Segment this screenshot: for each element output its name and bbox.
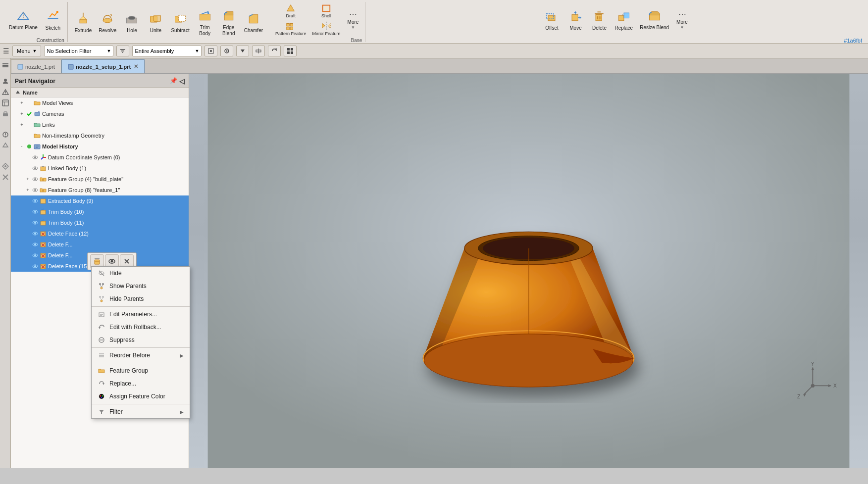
- ctx-reorder-before[interactable]: Reorder Before ▶: [92, 349, 190, 362]
- ctx-hide[interactable]: Hide: [92, 267, 190, 280]
- svg-point-190: [811, 384, 815, 387]
- tree-item-delete-f-13[interactable]: · Delete F...: [11, 239, 189, 250]
- tree-item-extracted-body[interactable]: · Extracted Body (9): [11, 195, 189, 206]
- ctx-sep-2: [92, 347, 190, 348]
- more-button-1[interactable]: ⋯ More ▼: [344, 2, 362, 37]
- tree-item-delete-face-12[interactable]: · Delete Face (12): [11, 228, 189, 239]
- hide-svg: [98, 270, 105, 277]
- chamfer-button[interactable]: Chamfer: [241, 5, 266, 40]
- toggle-fg8[interactable]: +: [25, 187, 31, 193]
- tree-item-model-history[interactable]: - Model History: [11, 141, 189, 152]
- pn-pin-icon[interactable]: 📌: [170, 77, 177, 85]
- ctx-hide-parents[interactable]: Hide Parents: [92, 292, 190, 305]
- tab-nozzle1setup-close[interactable]: ✕: [134, 63, 138, 70]
- sidebar-icon-btn-3[interactable]: [0, 98, 10, 108]
- svg-marker-176: [99, 410, 104, 414]
- snap-button[interactable]: [204, 46, 217, 56]
- viewport[interactable]: X Y Z: [189, 74, 868, 468]
- ctx-suppress[interactable]: Suppress: [92, 334, 190, 346]
- sidebar-resource-bar[interactable]: [0, 60, 10, 70]
- mirror-feature-button[interactable]: Mirror Feature: [310, 20, 343, 37]
- svg-line-160: [102, 298, 103, 300]
- sidebar-icon-btn-5[interactable]: [0, 130, 10, 140]
- tree-item-linked-body[interactable]: · Linked Body (1): [11, 163, 189, 174]
- ctx-replace[interactable]: Replace...: [92, 377, 190, 390]
- hole-button[interactable]: Hole: [120, 5, 143, 40]
- more-button-2[interactable]: ⋯ More ▼: [673, 2, 691, 37]
- toggle-fg4[interactable]: +: [25, 176, 31, 182]
- tree-item-model-views[interactable]: + Model Views: [11, 97, 189, 108]
- sidebar-icon-4: [2, 110, 9, 117]
- ctx-feature-group[interactable]: Feature Group: [92, 364, 190, 377]
- subtract-label: Subtract: [171, 28, 189, 33]
- ctx-reorder-icon: [98, 351, 105, 359]
- tab-nozzle1setup[interactable]: nozzle_1_setup_1.prt ✕: [61, 59, 145, 73]
- delete-button[interactable]: Delete: [588, 2, 611, 37]
- svg-point-4: [56, 11, 58, 13]
- view-icon-btn-3[interactable]: [252, 46, 265, 56]
- sidebar-icon-btn-4[interactable]: [0, 109, 10, 119]
- toggle-model-views[interactable]: +: [19, 100, 25, 106]
- menu-button[interactable]: Menu ▼: [12, 46, 41, 56]
- toggle-cameras[interactable]: +: [19, 111, 25, 117]
- selection-filter-dropdown[interactable]: No Selection Filter ▼: [44, 46, 113, 56]
- svg-point-109: [34, 189, 36, 191]
- assembly-dropdown[interactable]: Entire Assembly ▼: [132, 46, 202, 56]
- ctx-filter[interactable]: Filter ▶: [92, 405, 190, 418]
- pn-collapse-icon[interactable]: ◁: [179, 77, 185, 85]
- tree-item-feature-group-8[interactable]: + Feature Group (8) "featur: [11, 185, 189, 195]
- svg-marker-89: [38, 111, 40, 112]
- svg-marker-37: [574, 11, 577, 13]
- move-button[interactable]: Move: [564, 2, 587, 37]
- toggle-non-timestamp[interactable]: +: [19, 133, 25, 139]
- group-icon-fg8: [40, 187, 47, 194]
- toggle-linked-body: ·: [25, 165, 31, 171]
- refresh-button[interactable]: [268, 46, 281, 56]
- datum-plane-button[interactable]: Datum Plane: [6, 2, 41, 37]
- ctx-assign-color[interactable]: Assign Feature Color: [92, 390, 190, 403]
- svg-text:Z: Z: [797, 394, 800, 399]
- sidebar-icon-btn-2[interactable]: [0, 87, 10, 97]
- tree-item-trim-body-11[interactable]: · Trim Body (11): [11, 217, 189, 228]
- replace-button[interactable]: Replace: [612, 2, 636, 37]
- sidebar-icon-8: [2, 174, 9, 181]
- draft-button[interactable]: Draft: [273, 2, 309, 19]
- sidebar-icon-btn-7[interactable]: [0, 161, 10, 171]
- fg-svg: [98, 367, 105, 374]
- tree-item-cameras[interactable]: + Cameras: [11, 108, 189, 119]
- toggle-model-history[interactable]: -: [19, 144, 25, 149]
- sort-icon: [15, 90, 21, 96]
- subtract-button[interactable]: Subtract: [168, 5, 192, 40]
- edge-blend-button[interactable]: EdgeBlend: [217, 5, 240, 40]
- resize-blend-button[interactable]: Resize Blend: [637, 2, 672, 37]
- sketch-button[interactable]: Sketch: [42, 2, 64, 37]
- tree-item-non-timestamp[interactable]: + Non-timestamp Geometry: [11, 130, 189, 141]
- ctx-edit-params[interactable]: Edit Parameters...: [92, 308, 190, 321]
- sidebar-icon-btn-8[interactable]: [0, 172, 10, 182]
- vis-icon-fg8: [32, 187, 39, 194]
- view-icon-btn-1[interactable]: [220, 46, 233, 56]
- offset-button[interactable]: Offset: [540, 2, 563, 37]
- sidebar-icon-btn-6[interactable]: [0, 141, 10, 150]
- tree-item-datum-coord[interactable]: · Datum Coordinate System (: [11, 152, 189, 163]
- grid-button[interactable]: [284, 46, 297, 56]
- model-views-label: Model Views: [42, 100, 73, 106]
- tree-item-feature-group-4[interactable]: + Feature Group (4) "build_: [11, 174, 189, 185]
- unite-button[interactable]: Unite: [144, 5, 167, 40]
- svg-rect-19: [224, 15, 233, 20]
- tree-item-trim-body-10[interactable]: · Trim Body (10): [11, 206, 189, 217]
- shell-button[interactable]: Shell: [310, 2, 343, 19]
- ctx-edit-rollback[interactable]: Edit with Rollback...: [92, 321, 190, 334]
- filter-settings-button[interactable]: [116, 46, 129, 56]
- tree-item-links[interactable]: + Links: [11, 119, 189, 130]
- toggle-links[interactable]: +: [19, 122, 25, 128]
- pattern-feature-button[interactable]: Pattern Feature: [273, 20, 309, 37]
- revolve-button[interactable]: Revolve: [96, 5, 119, 40]
- trim-body-button[interactable]: TrimBody: [194, 5, 216, 40]
- view-icon-btn-2[interactable]: [236, 46, 249, 56]
- ctx-show-parents[interactable]: Show Parents: [92, 280, 190, 292]
- tab-nozzle1[interactable]: nozzle_1.prt: [11, 59, 61, 73]
- extrude-button[interactable]: Extrude: [72, 5, 95, 40]
- ctx-sep-4: [92, 404, 190, 404]
- sidebar-icon-btn-1[interactable]: [0, 76, 10, 86]
